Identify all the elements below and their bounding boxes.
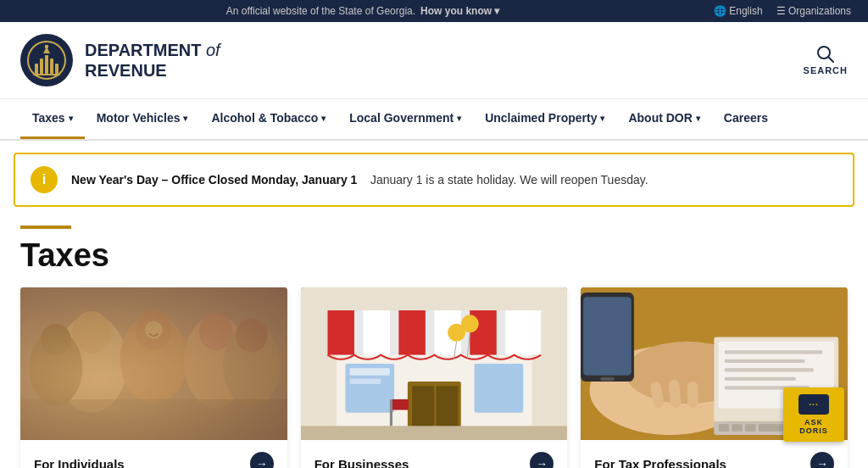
svg-rect-3 [45, 55, 48, 74]
language-selector[interactable]: 🌐 English [714, 5, 763, 17]
svg-point-20 [236, 319, 268, 353]
card-label-individuals: For Individuals [34, 457, 125, 469]
alert-title: New Year's Day – Office Closed Monday, J… [71, 173, 357, 187]
chevron-down-icon: ▾ [600, 114, 604, 123]
svg-point-40 [460, 315, 478, 332]
alert-icon: i [31, 166, 58, 193]
svg-rect-38 [349, 379, 381, 384]
svg-point-14 [136, 310, 171, 349]
svg-point-15 [184, 315, 248, 408]
svg-point-16 [199, 313, 233, 350]
svg-point-11 [56, 315, 127, 412]
header: DEPARTMENT ofREVENUE SEARCH [0, 22, 868, 99]
official-text: An official website of the State of Geor… [226, 5, 415, 17]
alert-banner: i New Year's Day – Office Closed Monday,… [14, 153, 854, 207]
card-image-businesses [301, 287, 568, 440]
chevron-down-icon: ▾ [696, 114, 700, 123]
svg-point-12 [72, 311, 111, 354]
card-businesses[interactable]: For Businesses → [301, 287, 568, 468]
card-footer-individuals: For Individuals → [20, 440, 287, 468]
svg-rect-68 [583, 297, 632, 375]
chevron-down-icon: ▾ [494, 5, 499, 17]
svg-rect-62 [732, 424, 743, 431]
card-footer-businesses: For Businesses → [301, 440, 568, 468]
card-image-individuals [20, 287, 287, 440]
search-button[interactable]: SEARCH [804, 45, 848, 75]
chevron-down-icon: ▾ [321, 114, 326, 123]
top-bar: An official website of the State of Geor… [0, 0, 868, 22]
svg-rect-36 [474, 364, 523, 413]
svg-rect-10 [20, 287, 287, 440]
alert-message: January 1 is a state holiday. We will re… [370, 173, 648, 187]
svg-point-22 [145, 321, 163, 339]
svg-rect-26 [327, 310, 353, 354]
nav-careers[interactable]: Careers [712, 99, 780, 139]
svg-rect-27 [363, 310, 389, 354]
nav-taxes[interactable]: Taxes ▾ [20, 99, 85, 139]
svg-rect-21 [20, 399, 287, 440]
svg-rect-43 [301, 426, 568, 440]
chat-bubble-icon [798, 394, 829, 415]
svg-rect-58 [725, 377, 796, 381]
logo-emblem [20, 34, 73, 86]
svg-rect-5 [55, 64, 58, 74]
card-label-businesses: For Businesses [314, 457, 409, 469]
card-footer-tax-professionals: For Tax Professionals → [581, 440, 848, 468]
svg-point-18 [41, 324, 71, 356]
svg-rect-28 [398, 310, 425, 354]
nav-alcohol-tobacco[interactable]: Alcohol & Tobacco ▾ [199, 99, 337, 139]
nav-about-dor[interactable]: About DOR ▾ [616, 99, 711, 139]
taxes-section-title: Taxes [20, 237, 848, 274]
cards-row: For Individuals → [14, 287, 854, 468]
svg-point-19 [223, 325, 280, 406]
svg-rect-63 [745, 424, 756, 431]
nav-local-government[interactable]: Local Government ▾ [337, 99, 473, 139]
svg-rect-57 [725, 368, 814, 371]
svg-rect-64 [759, 424, 785, 431]
svg-rect-1 [35, 64, 38, 74]
logo-area[interactable]: DEPARTMENT ofREVENUE [20, 34, 220, 86]
svg-rect-69 [600, 377, 615, 381]
chevron-down-icon: ▾ [69, 114, 73, 123]
svg-rect-61 [719, 424, 730, 431]
alert-text: New Year's Day – Office Closed Monday, J… [71, 173, 648, 187]
ask-doris-label: ASKDORIS [788, 418, 839, 435]
nav-motor-vehicles[interactable]: Motor Vehicles ▾ [85, 99, 200, 139]
menu-icon: ☰ [776, 5, 786, 17]
ask-doris-widget[interactable]: ASKDORIS [783, 387, 844, 442]
svg-rect-6 [33, 74, 60, 75]
logo-text: DEPARTMENT ofREVENUE [85, 40, 220, 81]
svg-point-17 [29, 331, 82, 405]
svg-rect-7 [45, 45, 48, 48]
svg-rect-4 [50, 58, 53, 74]
card-individuals[interactable]: For Individuals → [20, 287, 287, 468]
svg-rect-31 [505, 310, 541, 354]
card-arrow-tax-professionals[interactable]: → [810, 452, 834, 468]
chevron-down-icon: ▾ [457, 114, 461, 123]
svg-point-13 [120, 315, 187, 404]
section-separator [20, 226, 71, 229]
svg-rect-56 [725, 359, 804, 363]
svg-rect-55 [725, 350, 822, 354]
organizations-menu[interactable]: ☰ Organizations [776, 5, 851, 17]
card-arrow-individuals[interactable]: → [250, 452, 274, 468]
svg-rect-2 [40, 58, 43, 74]
svg-rect-52 [687, 382, 698, 408]
svg-rect-45 [392, 399, 409, 410]
card-label-tax-professionals: For Tax Professionals [594, 457, 726, 469]
card-tax-professionals[interactable]: ASKDORIS For Tax Professionals → [581, 287, 848, 468]
nav-unclaimed-property[interactable]: Unclaimed Property ▾ [473, 99, 616, 139]
svg-rect-37 [349, 368, 389, 375]
chevron-down-icon: ▾ [183, 114, 187, 123]
card-arrow-businesses[interactable]: → [530, 452, 554, 468]
globe-icon: 🌐 [714, 5, 726, 17]
svg-line-9 [828, 57, 833, 62]
how-you-know-button[interactable]: How you know ▾ [420, 5, 499, 17]
main-nav: Taxes ▾ Motor Vehicles ▾ Alcohol & Tobac… [0, 99, 868, 141]
svg-rect-44 [390, 399, 392, 426]
